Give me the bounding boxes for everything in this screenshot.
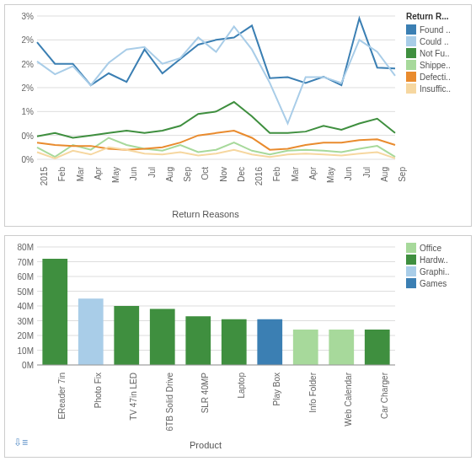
svg-rect-21 — [222, 319, 247, 365]
svg-rect-22 — [257, 319, 282, 365]
line-legend-title: Return R... — [406, 12, 458, 21]
bar-plot — [12, 243, 399, 369]
footer: Top 10 Views Top Selling Products — [0, 466, 476, 472]
legend-item[interactable]: Graphi.. — [406, 266, 458, 276]
bar-legend: OfficeHardw..Graphi..Games — [399, 243, 458, 450]
legend-item[interactable]: Hardw.. — [406, 255, 458, 265]
svg-rect-17 — [78, 298, 104, 365]
bar-x-axis: EReader 7inPhoto FixTV 47in LED6TB Solid… — [12, 371, 399, 438]
legend-item[interactable]: Office — [406, 243, 458, 253]
product-bar-chart: 0M10M20M30M40M50M60M70M80M EReader 7inPh… — [4, 235, 472, 458]
line-x-label: Return Reasons — [12, 209, 399, 219]
svg-rect-23 — [293, 330, 318, 365]
svg-rect-20 — [185, 316, 211, 365]
legend-item[interactable]: Defecti.. — [406, 72, 458, 82]
svg-rect-18 — [114, 306, 139, 365]
return-reasons-chart: 0%0%1%2%2%2%3% 2015FebMarAprMayJunJulAug… — [4, 4, 472, 227]
legend-item[interactable]: Games — [406, 278, 458, 288]
legend-item[interactable]: Insuffic.. — [406, 83, 458, 94]
download-icon[interactable]: ⇩≡ — [13, 437, 28, 448]
legend-item[interactable]: Not Fu.. — [406, 48, 458, 58]
svg-rect-24 — [329, 330, 354, 365]
line-x-axis: 2015FebMarAprMayJunJulAugSepOctNovDec201… — [12, 165, 399, 207]
line-plot — [12, 12, 399, 164]
svg-rect-19 — [150, 309, 175, 366]
svg-rect-25 — [365, 330, 390, 365]
legend-item[interactable]: Shippe.. — [406, 60, 458, 70]
legend-item[interactable]: Could .. — [406, 36, 458, 46]
bar-x-label: Product — [12, 440, 399, 450]
line-legend: Return R... Found ..Could ..Not Fu..Ship… — [399, 12, 458, 219]
svg-rect-16 — [42, 259, 67, 365]
legend-item[interactable]: Found .. — [406, 24, 458, 35]
